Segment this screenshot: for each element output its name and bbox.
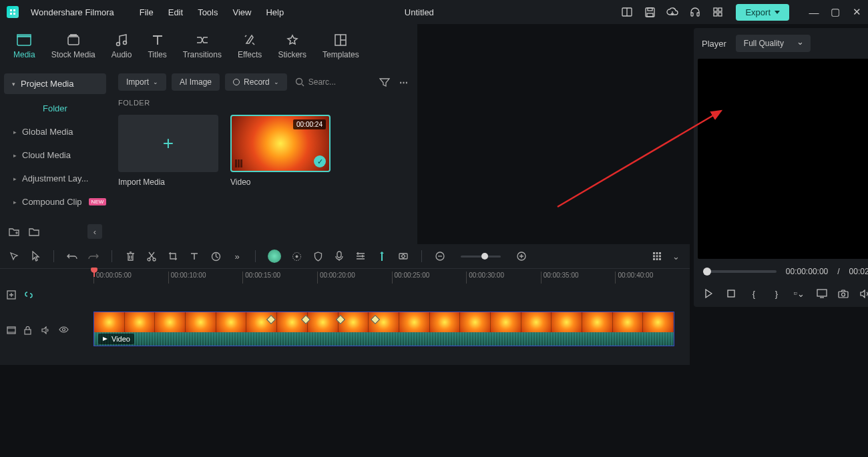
headphones-icon[interactable] xyxy=(689,6,701,18)
apps-icon[interactable] xyxy=(712,6,724,18)
mute-icon[interactable] xyxy=(41,326,51,336)
zoom-slider[interactable] xyxy=(461,256,501,258)
select-tool-icon[interactable] xyxy=(8,250,20,262)
import-button[interactable]: Import⌄ xyxy=(118,73,166,91)
timeline-clip[interactable]: Video xyxy=(93,312,674,346)
view-options-icon[interactable]: ⌄ xyxy=(670,250,682,262)
mic-icon[interactable] xyxy=(333,250,345,262)
tab-media[interactable]: Media xyxy=(13,33,35,59)
zoom-out-icon[interactable] xyxy=(434,250,446,262)
lock-icon[interactable] xyxy=(24,326,33,336)
export-button[interactable]: Export xyxy=(736,4,789,21)
new-bin-icon[interactable] xyxy=(28,225,40,238)
more-icon[interactable]: ⋯ xyxy=(397,76,409,88)
track-headers xyxy=(0,285,93,365)
mark-out-icon[interactable]: } xyxy=(771,288,782,299)
video-track-icon[interactable] xyxy=(7,326,16,336)
menu-file[interactable]: File xyxy=(140,7,154,17)
mark-in-icon[interactable]: { xyxy=(748,288,759,299)
media-clip-video[interactable]: 00:00:24 ✓ Video xyxy=(230,115,331,187)
maximize-button[interactable]: ▢ xyxy=(831,7,840,17)
enhance-icon[interactable] xyxy=(290,250,302,262)
svg-rect-37 xyxy=(656,258,658,260)
search-input[interactable]: Searc... xyxy=(295,77,336,87)
titlebar: Wondershare Filmora File Edit Tools View… xyxy=(0,0,868,24)
filter-icon[interactable] xyxy=(379,76,391,88)
ai-button[interactable] xyxy=(268,250,281,263)
shield-icon[interactable] xyxy=(312,250,324,262)
svg-rect-4 xyxy=(647,13,653,17)
save-icon[interactable] xyxy=(644,6,656,18)
zoom-in-icon[interactable] xyxy=(515,250,527,262)
stop-icon[interactable] xyxy=(726,288,736,299)
crop-icon[interactable] xyxy=(167,250,179,262)
aspect-icon[interactable]: ⌄ xyxy=(794,288,805,299)
quality-select[interactable]: Full Quality xyxy=(736,35,811,52)
volume-icon[interactable] xyxy=(859,288,868,299)
project-media-header[interactable]: Project Media xyxy=(4,73,106,94)
player-panel: Player Full Quality 00:00:00:00 / 00:02:… xyxy=(694,28,868,307)
media-sidebar: Project Media Folder Global Media Cloud … xyxy=(0,68,110,219)
svg-rect-34 xyxy=(656,256,658,258)
add-track-icon[interactable] xyxy=(7,290,16,300)
keyframe-icon[interactable] xyxy=(397,250,409,262)
import-media-tile[interactable]: + Import Media xyxy=(118,115,218,187)
cloud-icon[interactable] xyxy=(666,6,678,18)
sidebar-cloud-media[interactable]: Cloud Media xyxy=(4,143,106,167)
minimize-button[interactable]: — xyxy=(809,7,819,17)
delete-icon[interactable] xyxy=(124,250,136,262)
tab-stock-media[interactable]: Stock Media xyxy=(51,33,95,59)
menu-edit[interactable]: Edit xyxy=(168,7,183,17)
redo-icon[interactable] xyxy=(87,250,99,262)
sidebar-compound-clip[interactable]: Compound ClipNEW xyxy=(4,190,106,213)
record-button[interactable]: Record⌄ xyxy=(225,73,287,91)
collapse-sidebar-button[interactable]: ‹ xyxy=(87,224,102,239)
svg-point-14 xyxy=(117,43,120,46)
link-icon[interactable] xyxy=(24,290,33,300)
view-grid-icon[interactable] xyxy=(651,250,663,262)
pointer-icon[interactable] xyxy=(29,250,41,262)
timeline-ruler[interactable]: 00:00:05:0000:00:10:0000:00:15:0000:00:2… xyxy=(0,269,690,285)
tracks-icon[interactable] xyxy=(355,250,367,262)
svg-rect-7 xyxy=(714,8,717,11)
svg-point-24 xyxy=(296,256,298,258)
ai-image-button[interactable]: AI Image xyxy=(172,73,220,91)
svg-point-20 xyxy=(148,258,150,261)
svg-point-19 xyxy=(296,79,302,85)
layout-icon[interactable] xyxy=(621,6,633,18)
camera-icon[interactable] xyxy=(838,288,849,299)
new-folder-icon[interactable] xyxy=(8,225,20,238)
display-icon[interactable] xyxy=(817,288,827,299)
media-panel: Import⌄ AI Image Record⌄ Searc... ⋯ FOLD… xyxy=(110,68,417,244)
tab-stickers[interactable]: Stickers xyxy=(278,33,306,59)
menu-tools[interactable]: Tools xyxy=(198,7,218,17)
sidebar-adjustment-layer[interactable]: Adjustment Lay... xyxy=(4,167,106,190)
tab-titles[interactable]: Titles xyxy=(148,33,166,59)
audio-waveform xyxy=(94,332,674,346)
text-icon[interactable] xyxy=(188,250,200,262)
player-canvas[interactable] xyxy=(698,59,868,259)
playhead[interactable] xyxy=(93,269,95,277)
timeline-track[interactable]: Video xyxy=(93,285,690,365)
play-icon[interactable] xyxy=(703,288,714,299)
tab-transitions[interactable]: Transitions xyxy=(183,33,222,59)
more-tools-icon[interactable]: » xyxy=(231,250,243,262)
tab-audio[interactable]: Audio xyxy=(112,33,132,59)
undo-icon[interactable] xyxy=(66,250,78,262)
app-name: Wondershare Filmora xyxy=(31,7,114,17)
timeline: » ⌄ 00:00:05:0000:00:10:0000:00:15:0000:… xyxy=(0,244,690,365)
tab-templates[interactable]: Templates xyxy=(322,33,359,59)
marker-icon[interactable] xyxy=(376,250,388,262)
close-button[interactable]: ✕ xyxy=(852,7,861,17)
tab-effects[interactable]: Effects xyxy=(238,33,262,59)
clip-duration-badge: 00:00:24 xyxy=(293,119,326,129)
player-label: Player xyxy=(702,39,726,49)
sidebar-global-media[interactable]: Global Media xyxy=(4,120,106,143)
split-icon[interactable] xyxy=(146,250,158,262)
speed-icon[interactable] xyxy=(210,250,222,262)
timeline-toolbar: » ⌄ xyxy=(0,244,690,269)
folder-label[interactable]: Folder xyxy=(4,94,106,120)
scrub-bar[interactable] xyxy=(703,270,777,273)
visible-icon[interactable] xyxy=(59,326,68,336)
titlebar-actions xyxy=(621,6,724,18)
